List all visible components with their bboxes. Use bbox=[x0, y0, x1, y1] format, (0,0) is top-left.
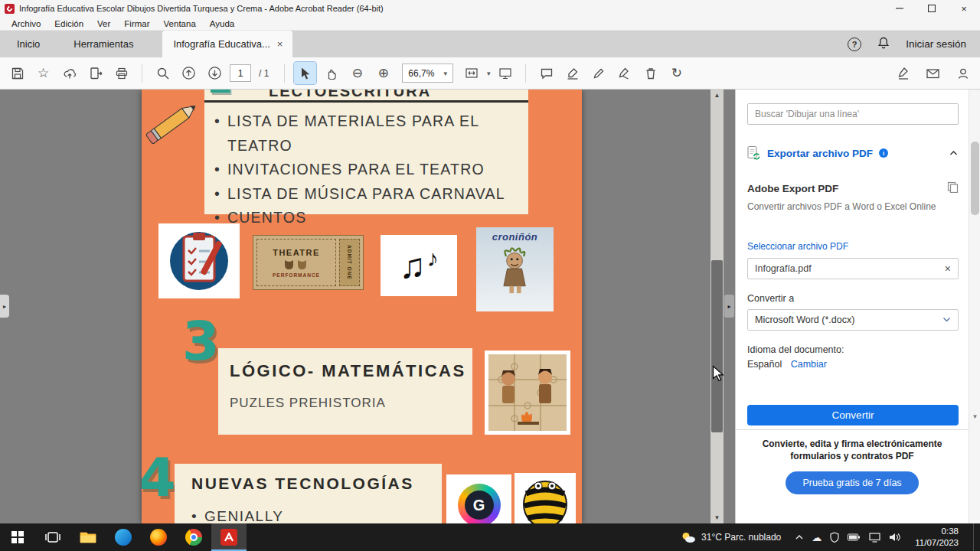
music-note-icon: ♫ bbox=[399, 248, 426, 283]
panel-scroll-down-icon[interactable]: ▼ bbox=[969, 411, 980, 422]
format-select[interactable]: Microsoft Word (*.docx) bbox=[747, 309, 959, 331]
promo-text: Convierte, edita y firma electrónicament… bbox=[756, 439, 949, 462]
tab-herramientas[interactable]: Herramientas bbox=[57, 31, 150, 57]
fit-width-icon[interactable] bbox=[461, 62, 483, 84]
battery-icon[interactable] bbox=[848, 533, 861, 541]
tab-close-icon[interactable]: × bbox=[275, 38, 286, 50]
genially-letter: G bbox=[465, 491, 494, 520]
onedrive-cloud-icon[interactable]: ☁ bbox=[812, 532, 822, 543]
help-icon[interactable]: ? bbox=[848, 37, 861, 51]
document-viewer: 2 LECTOESCRITURA LISTA DE MATERIALES PAR… bbox=[0, 90, 724, 523]
taskbar: 31°C Parc. nublado ☁ 0:38 11/07/2023 bbox=[0, 523, 980, 551]
document-scrollbar[interactable]: ▲ ▼ bbox=[710, 90, 724, 523]
email-icon[interactable] bbox=[922, 62, 944, 84]
menu-edicion[interactable]: Edición bbox=[47, 17, 90, 31]
convert-button[interactable]: Convertir bbox=[747, 405, 959, 425]
heading-rule bbox=[204, 100, 528, 103]
task-view-button[interactable] bbox=[35, 523, 70, 551]
export-page-icon[interactable] bbox=[84, 62, 106, 84]
security-shield-icon[interactable] bbox=[830, 532, 839, 543]
taskbar-clock[interactable]: 0:38 11/07/2023 bbox=[909, 526, 965, 549]
presentation-mode-icon[interactable] bbox=[494, 62, 516, 84]
selected-file-field[interactable]: Infografía.pdf × bbox=[747, 258, 959, 279]
export-pdf-header[interactable]: Exportar archivo PDF i bbox=[736, 140, 969, 166]
scroll-down-icon[interactable]: ▼ bbox=[710, 512, 724, 523]
refresh-icon[interactable]: ↻ bbox=[665, 62, 688, 84]
copy-pages-icon[interactable] bbox=[947, 181, 959, 195]
genially-logo-image: G bbox=[446, 474, 511, 523]
panel-scrollbar-thumb[interactable] bbox=[971, 142, 979, 215]
main-area: 2 LECTOESCRITURA LISTA DE MATERIALES PAR… bbox=[0, 90, 980, 523]
free-trial-button[interactable]: Prueba gratis de 7 días bbox=[786, 471, 918, 494]
collapse-panel-handle[interactable]: ▸ bbox=[724, 295, 734, 318]
sign-in-button[interactable]: Iniciar sesión bbox=[906, 38, 966, 50]
weather-widget[interactable]: 31°C Parc. nublado bbox=[675, 531, 787, 543]
left-panel-handle[interactable]: ▸ bbox=[0, 295, 9, 318]
notifications-bell-icon[interactable] bbox=[877, 36, 890, 53]
tab-document[interactable]: Infografía Educativa... × bbox=[162, 31, 292, 57]
change-language-link[interactable]: Cambiar bbox=[791, 359, 827, 370]
draw-pencil-icon[interactable] bbox=[587, 62, 609, 84]
minimize-button[interactable] bbox=[884, 0, 916, 17]
sign-nib-icon[interactable] bbox=[613, 62, 635, 84]
section-2-title: LECTOESCRITURA bbox=[269, 90, 431, 100]
menu-ayuda[interactable]: Ayuda bbox=[203, 17, 241, 31]
tab-inicio[interactable]: Inicio bbox=[0, 31, 57, 57]
edge-button[interactable] bbox=[106, 523, 141, 551]
zoom-level-value: 66,7% bbox=[408, 68, 434, 79]
section-3-item: PUZLES PREHISTORIA bbox=[230, 396, 386, 411]
scroll-up-icon[interactable]: ▲ bbox=[710, 90, 724, 101]
close-button[interactable]: × bbox=[948, 0, 980, 17]
menu-ver[interactable]: Ver bbox=[90, 17, 117, 31]
chrome-button[interactable] bbox=[176, 523, 211, 551]
zoom-level-select[interactable]: 66,7% ▾ bbox=[402, 64, 453, 83]
tools-search-input[interactable] bbox=[747, 103, 959, 125]
zoom-out-icon[interactable]: ⊖ bbox=[346, 62, 368, 84]
fill-sign-icon[interactable] bbox=[892, 62, 914, 84]
list-item: CUENTOS bbox=[214, 206, 521, 230]
premium-info-icon[interactable]: i bbox=[879, 148, 888, 158]
select-tool-icon[interactable] bbox=[294, 62, 316, 84]
save-icon[interactable] bbox=[6, 62, 28, 84]
volume-icon[interactable] bbox=[889, 533, 900, 542]
menu-ventana[interactable]: Ventana bbox=[157, 17, 203, 31]
document-language-label: Idioma del documento: bbox=[747, 344, 844, 355]
select-pdf-link[interactable]: Seleccionar archivo PDF bbox=[747, 241, 848, 252]
star-icon[interactable]: ☆ bbox=[32, 62, 54, 84]
network-icon[interactable] bbox=[869, 533, 880, 543]
search-icon[interactable] bbox=[152, 62, 174, 84]
zoom-in-icon[interactable]: ⊕ bbox=[372, 62, 394, 84]
cloud-upload-icon[interactable] bbox=[58, 62, 80, 84]
selected-file-name: Infografía.pdf bbox=[755, 263, 812, 274]
ticket-subtitle: PERFORMANCE bbox=[273, 272, 320, 278]
panel-scrollbar[interactable]: ▼ bbox=[969, 90, 980, 523]
document-scrollbar-thumb[interactable] bbox=[711, 260, 723, 432]
next-page-icon[interactable] bbox=[204, 62, 226, 84]
show-desktop-button[interactable] bbox=[973, 523, 977, 551]
highlight-icon[interactable] bbox=[561, 62, 583, 84]
previous-page-icon[interactable] bbox=[178, 62, 200, 84]
comment-icon[interactable] bbox=[535, 62, 557, 84]
menu-archivo[interactable]: Archivo bbox=[5, 17, 47, 31]
print-icon[interactable] bbox=[110, 62, 132, 84]
page-number-input[interactable]: 1 bbox=[230, 64, 251, 82]
prehistory-puzzle-image bbox=[485, 350, 570, 435]
list-item: LISTA DE MATERIALES PARA EL TEATRO bbox=[214, 109, 521, 158]
profile-icon[interactable] bbox=[952, 62, 974, 84]
theatre-ticket-image: THEATRE PERFORMANCE ADMIT ONE bbox=[253, 235, 364, 290]
chevron-down-icon[interactable]: ▾ bbox=[487, 70, 491, 77]
start-button[interactable] bbox=[0, 523, 35, 551]
menu-firmar[interactable]: Firmar bbox=[117, 17, 156, 31]
music-note-icon: ♪ bbox=[427, 247, 439, 270]
firefox-button[interactable] bbox=[141, 523, 176, 551]
acrobat-taskbar-button[interactable] bbox=[211, 523, 247, 551]
maximize-button[interactable] bbox=[916, 0, 948, 17]
checklist-image bbox=[158, 223, 240, 298]
clear-file-icon[interactable]: × bbox=[945, 262, 951, 275]
file-explorer-button[interactable] bbox=[70, 523, 106, 551]
nuevas-tecnologias-box: NUEVAS TECNOLOGÍAS GENIALLY bbox=[175, 464, 442, 523]
collapse-chevron-icon[interactable] bbox=[949, 148, 958, 158]
trash-icon[interactable] bbox=[639, 62, 662, 84]
hidden-icons-chevron-icon[interactable] bbox=[795, 534, 803, 540]
hand-tool-icon[interactable] bbox=[320, 62, 342, 84]
